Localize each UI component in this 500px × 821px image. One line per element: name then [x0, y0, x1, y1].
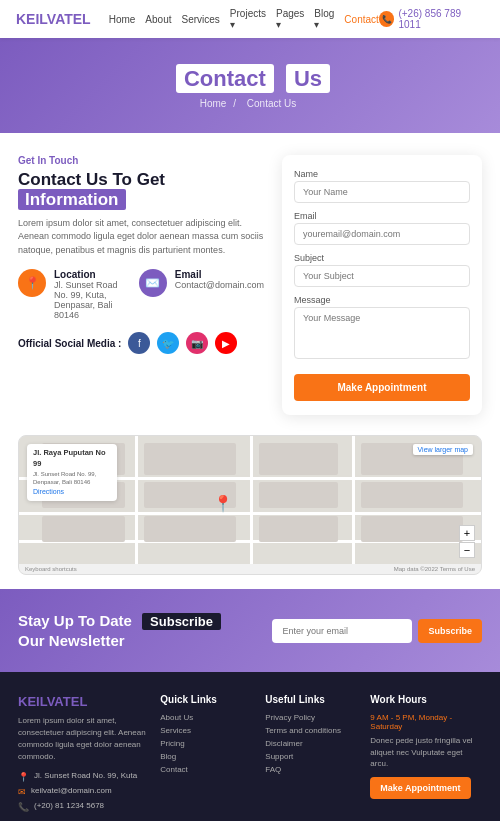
map-bottom-bar: Keyboard shortcuts Map data ©2022 Terms …	[19, 564, 481, 574]
right-column: Name Email Subject Message Make Appointm…	[282, 155, 482, 415]
logo-prefix: KEIL	[16, 11, 47, 27]
useful-link-faq[interactable]: FAQ	[265, 765, 281, 774]
name-input[interactable]	[294, 181, 470, 203]
map-background: 📍 Jl. Raya Puputan No 99 Jl. Sunset Road…	[19, 436, 481, 574]
location-card: 📍 Location Jl. Sunset Road No. 99, Kuta,…	[18, 269, 129, 320]
instagram-icon[interactable]: 📷	[186, 332, 208, 354]
quick-link-contact[interactable]: Contact	[160, 765, 188, 774]
useful-link-item: FAQ	[265, 765, 358, 774]
contact-title: Contact Us To Get Information	[18, 170, 264, 211]
nav-home[interactable]: Home	[109, 14, 136, 25]
map-zoom-in[interactable]: +	[459, 525, 475, 541]
appointment-button[interactable]: Make Appointment	[294, 374, 470, 401]
contact-title-line1: Contact Us To Get	[18, 170, 165, 189]
newsletter-inner: Stay Up To Date Subscribe Our Newsletter…	[18, 611, 482, 650]
contact-form: Name Email Subject Message Make Appointm…	[282, 155, 482, 415]
map-label: Jl. Raya Puputan No 99 Jl. Sunset Road N…	[27, 444, 117, 501]
email-label: Email	[175, 269, 264, 280]
footer-appointment-button[interactable]: Make Appointment	[370, 777, 470, 799]
hero-title-highlight: Us	[286, 64, 330, 93]
social-media-row: Official Social Media : f 🐦 📷 ▶	[18, 332, 264, 354]
map-keyboard-shortcuts: Keyboard shortcuts	[25, 566, 77, 572]
useful-link-support[interactable]: Support	[265, 752, 293, 761]
facebook-icon[interactable]: f	[128, 332, 150, 354]
nav-services[interactable]: Services	[182, 14, 220, 25]
quick-link-item: Pricing	[160, 739, 253, 748]
youtube-icon[interactable]: ▶	[215, 332, 237, 354]
nav-about[interactable]: About	[145, 14, 171, 25]
newsletter-badge: Subscribe	[142, 613, 221, 630]
map-container[interactable]: 📍 Jl. Raya Puputan No 99 Jl. Sunset Road…	[18, 435, 482, 575]
footer-email: keilvatel@domain.com	[31, 786, 112, 795]
nav-contact[interactable]: Contact	[344, 14, 378, 25]
map-directions-button[interactable]: Directions	[33, 488, 64, 495]
map-block-8	[361, 482, 463, 508]
location-icon: 📍	[18, 269, 46, 297]
quick-link-about[interactable]: About Us	[160, 713, 193, 722]
message-input[interactable]	[294, 307, 470, 359]
nav-links: Home About Services Projects ▾ Pages ▾ B…	[109, 8, 379, 30]
newsletter-line2: Our Newsletter	[18, 632, 125, 649]
useful-link-disclaimer[interactable]: Disclaimer	[265, 739, 302, 748]
useful-link-item: Support	[265, 752, 358, 761]
map-view-larger-link[interactable]: View larger map	[413, 444, 473, 455]
navbar: KEILVATEL Home About Services Projects ▾…	[0, 0, 500, 38]
twitter-icon[interactable]: 🐦	[157, 332, 179, 354]
footer-phone-icon: 📞	[18, 802, 29, 812]
phone-icon: 📞	[379, 11, 395, 27]
quick-link-blog[interactable]: Blog	[160, 752, 176, 761]
newsletter-left: Stay Up To Date Subscribe Our Newsletter	[18, 611, 258, 650]
hero-banner: Contact Us Home / Contact Us	[0, 38, 500, 133]
subject-input[interactable]	[294, 265, 470, 287]
message-label: Message	[294, 295, 470, 305]
footer-address: Jl. Sunset Road No. 99, Kuta	[34, 771, 137, 780]
location-value: Jl. Sunset Road No. 99, Kuta, Denpasar, …	[54, 280, 129, 320]
phone-link[interactable]: 📞 (+26) 856 789 1011	[379, 8, 484, 30]
quick-link-services[interactable]: Services	[160, 726, 191, 735]
map-marker: 📍	[213, 494, 233, 513]
map-block-10	[144, 516, 236, 542]
newsletter-email-input[interactable]	[272, 619, 412, 643]
name-group: Name	[294, 169, 470, 203]
subject-group: Subject	[294, 253, 470, 287]
subject-label: Subject	[294, 253, 470, 263]
nav-projects[interactable]: Projects ▾	[230, 8, 266, 30]
map-controls: + −	[459, 525, 475, 558]
useful-link-privacy[interactable]: Privacy Policy	[265, 713, 315, 722]
left-column: Get In Touch Contact Us To Get Informati…	[18, 155, 264, 415]
map-block-11	[259, 516, 338, 542]
email-card: ✉️ Email Contact@domain.com	[139, 269, 264, 320]
footer-address-item: 📍 Jl. Sunset Road No. 99, Kuta	[18, 771, 148, 782]
email-value: Contact@domain.com	[175, 280, 264, 290]
get-in-touch-label: Get In Touch	[18, 155, 264, 166]
quick-links-list: About Us Services Pricing Blog Contact	[160, 713, 253, 774]
contact-description: Lorem ipsum dolor sit amet, consectetuer…	[18, 217, 264, 258]
message-group: Message	[294, 295, 470, 362]
useful-link-terms[interactable]: Terms and conditions	[265, 726, 341, 735]
hero-title-text: Contact	[176, 64, 274, 93]
footer-address-icon: 📍	[18, 772, 29, 782]
footer-phone: (+20) 81 1234 5678	[34, 801, 104, 810]
useful-link-item: Disclaimer	[265, 739, 358, 748]
footer-brand-col: KEILVATEL Lorem ipsum dolor sit amet, co…	[18, 694, 148, 816]
map-zoom-out[interactable]: −	[459, 542, 475, 558]
quick-link-pricing[interactable]: Pricing	[160, 739, 184, 748]
nav-blog[interactable]: Blog ▾	[314, 8, 334, 30]
footer-phone-item: 📞 (+20) 81 1234 5678	[18, 801, 148, 812]
breadcrumb-home[interactable]: Home	[200, 98, 227, 109]
logo[interactable]: KEILVATEL	[16, 11, 91, 27]
breadcrumb-current: Contact Us	[247, 98, 296, 109]
map-block-7	[259, 482, 338, 508]
newsletter-title: Stay Up To Date Subscribe Our Newsletter	[18, 611, 258, 650]
useful-link-item: Privacy Policy	[265, 713, 358, 722]
footer-description: Lorem ipsum dolor sit amet, consectetuer…	[18, 715, 148, 763]
subscribe-button[interactable]: Subscribe	[418, 619, 482, 643]
footer-quick-links-col: Quick Links About Us Services Pricing Bl…	[160, 694, 253, 816]
footer: KEILVATEL Lorem ipsum dolor sit amet, co…	[0, 672, 500, 821]
email-input[interactable]	[294, 223, 470, 245]
email-form-label: Email	[294, 211, 470, 221]
footer-email-icon: ✉	[18, 787, 26, 797]
work-hours-time: 9 AM - 5 PM, Monday - Saturday	[370, 713, 482, 731]
email-icon: ✉️	[139, 269, 167, 297]
nav-pages[interactable]: Pages ▾	[276, 8, 304, 30]
